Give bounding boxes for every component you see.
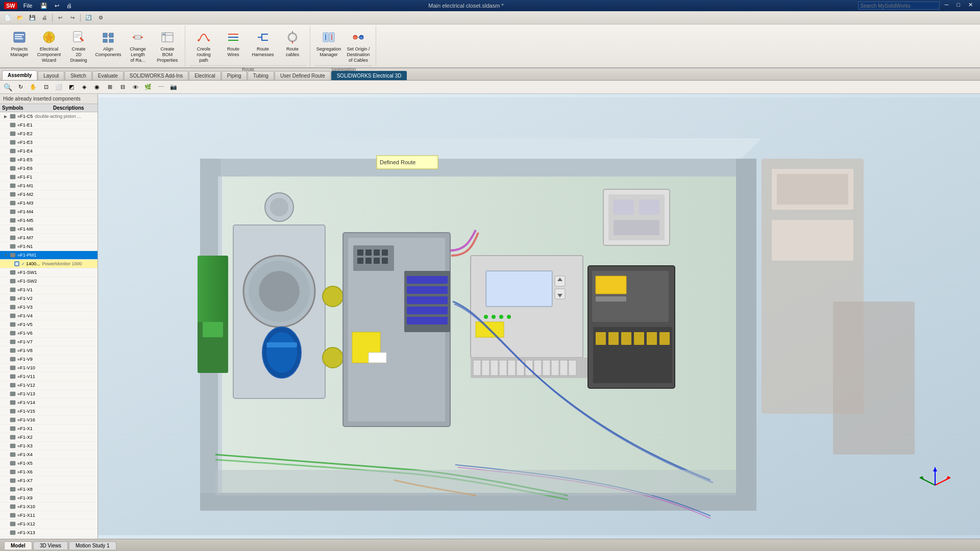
tab-motion-study[interactable]: Motion Study 1 bbox=[69, 541, 116, 549]
view-options-6[interactable]: ⊟ bbox=[117, 82, 128, 92]
quick-print[interactable]: 🖨 bbox=[64, 3, 74, 9]
component-item-x5[interactable]: =F1-X5 bbox=[0, 459, 97, 468]
component-item-m1[interactable]: =F1-M1 bbox=[0, 182, 97, 190]
component-item-x6[interactable]: =F1-X6 bbox=[0, 468, 97, 477]
create-drawing-btn[interactable]: Create2DDrawing bbox=[64, 28, 93, 64]
new-file-btn[interactable]: 📄 bbox=[2, 13, 13, 23]
view-options-2[interactable]: ◩ bbox=[66, 82, 77, 92]
quick-save[interactable]: 💾 bbox=[38, 3, 50, 9]
view-options-5[interactable]: ⊞ bbox=[104, 82, 115, 92]
view-more[interactable]: ⋯ bbox=[155, 82, 166, 92]
redo-btn[interactable]: ↪ bbox=[67, 13, 78, 23]
component-item-m6[interactable]: =F1-M6 bbox=[0, 225, 97, 234]
component-item-m7[interactable]: =F1-M7 bbox=[0, 234, 97, 242]
component-item-v3[interactable]: =F1-V3 bbox=[0, 303, 97, 312]
undo-btn[interactable]: ↩ bbox=[55, 13, 66, 23]
settings-btn[interactable]: ⚙ bbox=[95, 13, 106, 23]
align-components-btn[interactable]: AlignComponents bbox=[94, 28, 122, 59]
component-item-v1[interactable]: =F1-V1 bbox=[0, 286, 97, 294]
tab-piping[interactable]: Piping bbox=[222, 71, 247, 80]
bom-properties-btn[interactable]: CreateBOMProperties bbox=[153, 28, 182, 64]
component-item-v11[interactable]: =F1-V11 bbox=[0, 372, 97, 381]
maximize-button[interactable]: □ bbox=[953, 2, 963, 10]
component-item-v6[interactable]: =F1-V6 bbox=[0, 329, 97, 338]
route-harnesses-btn[interactable]: RouteHarnesses bbox=[249, 28, 277, 59]
view-rotate[interactable]: ↻ bbox=[15, 82, 26, 92]
component-item-v7[interactable]: =F1-V7 bbox=[0, 338, 97, 346]
view-zoom-in[interactable]: 🔍 bbox=[2, 82, 13, 92]
component-item-pm1[interactable]: ▼=F1-PM1 bbox=[0, 251, 97, 260]
component-item-x4[interactable]: =F1-X4 bbox=[0, 450, 97, 459]
view-pan[interactable]: ✋ bbox=[28, 82, 39, 92]
section-view[interactable]: ⊡ bbox=[40, 82, 52, 92]
view-options-1[interactable]: ⬜ bbox=[53, 82, 64, 92]
component-item-x3[interactable]: =F1-X3 bbox=[0, 442, 97, 450]
component-item-e6[interactable]: =F1-E6 bbox=[0, 164, 97, 173]
route-wires-btn[interactable]: RouteWires bbox=[219, 28, 248, 59]
change-length-btn[interactable]: ChangeLengthof Ra... bbox=[124, 28, 152, 64]
component-item-m4[interactable]: =F1-M4 bbox=[0, 208, 97, 216]
component-item-v14[interactable]: =F1-V14 bbox=[0, 398, 97, 407]
component-item-v10[interactable]: =F1-V10 bbox=[0, 364, 97, 372]
tab-evaluate[interactable]: Evaluate bbox=[92, 71, 124, 80]
view-display[interactable]: 🌿 bbox=[142, 82, 154, 92]
search-input[interactable] bbox=[858, 2, 940, 10]
component-item-x13[interactable]: =F1-X13 bbox=[0, 529, 97, 537]
viewport[interactable]: Defined Route bbox=[98, 94, 980, 539]
component-item-e4[interactable]: =F1-E4 bbox=[0, 147, 97, 156]
component-item-e2[interactable]: =F1-E2 bbox=[0, 130, 97, 138]
component-item-v4[interactable]: =F1-V4 bbox=[0, 312, 97, 320]
component-item-sw1[interactable]: =F1-SW1 bbox=[0, 268, 97, 277]
rebuild-btn[interactable]: 🔄 bbox=[83, 13, 94, 23]
tab-assembly[interactable]: Assembly bbox=[2, 70, 37, 80]
component-item-x12[interactable]: =F1-X12 bbox=[0, 520, 97, 529]
tab-user-defined[interactable]: User Defined Route bbox=[275, 71, 331, 80]
component-item-v15[interactable]: =F1-V15 bbox=[0, 407, 97, 416]
component-item-v5[interactable]: =F1-V5 bbox=[0, 320, 97, 329]
menu-file[interactable]: File bbox=[20, 3, 36, 9]
component-item-x2[interactable]: =F1-X2 bbox=[0, 433, 97, 442]
component-item-m3[interactable]: =F1-M3 bbox=[0, 199, 97, 208]
save-btn[interactable]: 💾 bbox=[27, 13, 38, 23]
component-item-e3[interactable]: =F1-E3 bbox=[0, 138, 97, 147]
component-item-x1[interactable]: =F1-X1 bbox=[0, 424, 97, 433]
component-item-m2[interactable]: =F1-M2 bbox=[0, 190, 97, 199]
component-item-v8[interactable]: =F1-V8 bbox=[0, 346, 97, 355]
component-item-c5[interactable]: ▶=F1-C5double-acting piston ... bbox=[0, 112, 97, 121]
component-item-e1[interactable]: =F1-E1 bbox=[0, 121, 97, 130]
component-item-v12[interactable]: =F1-V12 bbox=[0, 381, 97, 390]
component-item-x10[interactable]: =F1-X10 bbox=[0, 503, 97, 511]
component-item-x9[interactable]: =F1-X9 bbox=[0, 494, 97, 503]
quick-undo[interactable]: ↩ bbox=[53, 3, 61, 9]
expand-arrow-c5[interactable]: ▶ bbox=[4, 114, 9, 119]
component-item-v9[interactable]: =F1-V9 bbox=[0, 355, 97, 364]
view-options-3[interactable]: ◈ bbox=[79, 82, 90, 92]
expand-arrow-pm1[interactable]: ▼ bbox=[4, 253, 9, 258]
component-item-v2[interactable]: =F1-V2 bbox=[0, 294, 97, 303]
minimize-button[interactable]: ─ bbox=[942, 2, 952, 10]
tab-model[interactable]: Model bbox=[4, 541, 32, 549]
open-file-btn[interactable]: 📂 bbox=[14, 13, 26, 23]
projects-manager-btn[interactable]: Projects Manager bbox=[5, 28, 34, 59]
tab-3d-views[interactable]: 3D Views bbox=[33, 541, 68, 549]
tab-layout[interactable]: Layout bbox=[38, 71, 64, 80]
component-item-m5[interactable]: =F1-M5 bbox=[0, 216, 97, 225]
tab-sketch[interactable]: Sketch bbox=[65, 71, 92, 80]
view-options-4[interactable]: ◉ bbox=[91, 82, 103, 92]
tab-electrical[interactable]: Electrical bbox=[189, 71, 221, 80]
tab-addins[interactable]: SOLIDWORKS Add-Ins bbox=[124, 71, 188, 80]
electrical-wizard-btn[interactable]: ElectricalComponentWizard bbox=[35, 28, 63, 64]
set-origin-btn[interactable]: OD Set Origin /Destinationof Cables bbox=[344, 28, 373, 64]
segregation-manager-btn[interactable]: SegregationManager bbox=[314, 28, 343, 59]
print-btn[interactable]: 🖨 bbox=[39, 13, 50, 23]
component-item-n1[interactable]: =F1-N1 bbox=[0, 242, 97, 251]
tab-tubing[interactable]: Tubing bbox=[248, 71, 274, 80]
component-item-v13[interactable]: =F1-V13 bbox=[0, 390, 97, 398]
component-item-sw2[interactable]: =F1-SW2 bbox=[0, 277, 97, 286]
creole-routing-btn[interactable]: Creoleroutingpath bbox=[189, 28, 218, 64]
component-item-f1[interactable]: =F1-F1 bbox=[0, 173, 97, 182]
component-item-x7[interactable]: =F1-X7 bbox=[0, 477, 97, 485]
component-item-pm1-sub[interactable]: ✓1400...PowerMonitor 1000 bbox=[0, 260, 97, 268]
component-item-x11[interactable]: =F1-X11 bbox=[0, 511, 97, 520]
component-item-v16[interactable]: =F1-V16 bbox=[0, 416, 97, 424]
